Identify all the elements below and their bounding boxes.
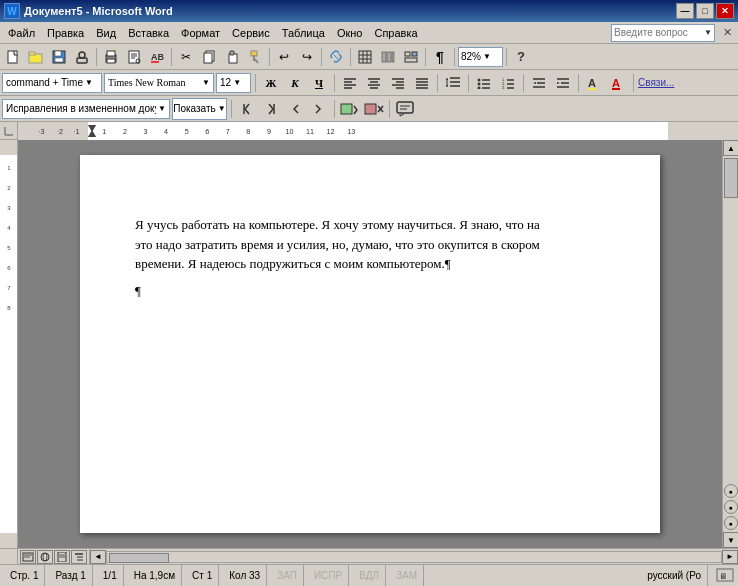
normal-view-button[interactable] [20,550,36,564]
accept-button[interactable] [339,98,361,120]
copy-button[interactable] [198,46,220,68]
zoom-dropdown[interactable]: 82% ▼ [458,47,503,67]
align-left-button[interactable] [339,72,361,94]
track-mode-dropdown[interactable]: Исправления в измененном документе ▼ [2,99,170,119]
scroll-left-button[interactable]: ◄ [90,550,106,564]
numbered-list-button[interactable]: 1.2.3. [497,72,519,94]
help-button[interactable]: ? [510,46,532,68]
new-button[interactable] [2,46,24,68]
window-controls: — □ ✕ [676,3,734,19]
scroll-next-page-button[interactable]: ● [724,516,738,530]
scroll-prev-page-button[interactable]: ● [724,484,738,498]
undo-button[interactable]: ↩ [273,46,295,68]
justify-button[interactable] [411,72,433,94]
scroll-up-button[interactable]: ▲ [723,140,738,156]
h-scroll-thumb[interactable] [109,553,169,563]
status-language: русский (Ро [641,565,708,586]
show-dropdown[interactable]: Показать ▼ [172,98,227,120]
spell-button[interactable]: ABC [146,46,168,68]
outline-view-button[interactable] [71,550,87,564]
permissions-button[interactable] [71,46,93,68]
reject-button[interactable] [363,98,385,120]
scroll-down-button[interactable]: ▼ [723,532,738,548]
document-text[interactable]: Я учусь работать на компьютере. Я хочу э… [135,215,605,300]
format-toolbar: command + Time ▼ Times New Roman ▼ 12 ▼ … [0,70,738,96]
scroll-thumb[interactable] [724,158,738,198]
open-button[interactable] [25,46,47,68]
svg-rect-82 [365,104,376,114]
prev-button2[interactable] [284,98,306,120]
help-search-box[interactable]: ▼ [611,24,715,42]
menu-bar: Файл Правка Вид Вставка Формат Сервис Та… [0,22,738,44]
prev-change-button[interactable] [236,98,258,120]
align-right-button[interactable] [387,72,409,94]
search-dropdown-icon[interactable]: ▼ [702,28,714,37]
line-spacing-button[interactable] [442,72,464,94]
italic-button[interactable]: К [284,72,306,94]
print-view-button[interactable] [54,550,70,564]
scroll-right-button[interactable]: ► [722,550,738,564]
format-painter-button[interactable] [244,46,266,68]
svg-text:A: A [588,77,596,89]
size-dropdown[interactable]: 12 ▼ [216,73,251,93]
menu-view[interactable]: Вид [90,22,122,43]
close-button[interactable]: ✕ [716,3,734,19]
svg-rect-9 [107,51,115,56]
maximize-button[interactable]: □ [696,3,714,19]
menu-close-icon[interactable]: ✕ [719,26,736,39]
table-button[interactable] [354,46,376,68]
scroll-select-object-button[interactable]: ● [724,500,738,514]
print-button[interactable] [100,46,122,68]
menu-insert[interactable]: Вставка [122,22,175,43]
svg-text:🖥: 🖥 [719,572,727,581]
bullet-list-button[interactable] [473,72,495,94]
preview-button[interactable] [123,46,145,68]
font-dropdown[interactable]: Times New Roman ▼ [104,73,214,93]
svg-text:·3: ·3 [39,128,45,136]
ruler-corner[interactable] [0,122,18,140]
next-change-button[interactable] [260,98,282,120]
columns-button[interactable] [377,46,399,68]
svg-rect-78 [612,88,620,90]
menu-window[interactable]: Окно [331,22,369,43]
svg-text:7: 7 [226,128,230,136]
svg-point-59 [478,86,481,89]
menu-edit[interactable]: Правка [41,22,90,43]
hyperlink-button[interactable] [325,46,347,68]
svg-text:13: 13 [347,128,355,136]
help-search-input[interactable] [612,27,702,38]
scroll-track[interactable] [723,156,738,482]
underline-button[interactable]: Ч [308,72,330,94]
drawing-button[interactable] [400,46,422,68]
document-page[interactable]: Я учусь работать на компьютере. Я хочу э… [80,155,660,533]
svg-text:12: 12 [327,128,335,136]
svg-text:A: A [612,77,620,89]
h-scroll-track[interactable] [106,551,722,563]
next-button2[interactable] [308,98,330,120]
comment-button[interactable] [394,98,416,120]
decrease-indent-button[interactable] [528,72,550,94]
save-button[interactable] [48,46,70,68]
menu-table[interactable]: Таблица [276,22,331,43]
paste-button[interactable] [221,46,243,68]
menu-format[interactable]: Формат [175,22,226,43]
minimize-button[interactable]: — [676,3,694,19]
menu-help[interactable]: Справка [368,22,423,43]
align-center-button[interactable] [363,72,385,94]
paragraph-marks-button[interactable]: ¶ [429,46,451,68]
menu-file[interactable]: Файл [2,22,41,43]
redo-button[interactable]: ↪ [296,46,318,68]
font-color-button[interactable]: A [607,72,629,94]
svg-rect-21 [230,51,234,55]
svg-rect-19 [204,53,212,63]
svg-text:3.: 3. [502,85,505,89]
web-view-button[interactable] [37,550,53,564]
style-dropdown[interactable]: command + Time ▼ [2,73,102,93]
svg-text:6: 6 [7,265,11,271]
menu-service[interactable]: Сервис [226,22,276,43]
extra-label[interactable]: Связи... [638,77,674,88]
bold-button[interactable]: Ж [260,72,282,94]
increase-indent-button[interactable] [552,72,574,94]
cut-button[interactable]: ✂ [175,46,197,68]
highlight-button[interactable]: A [583,72,605,94]
